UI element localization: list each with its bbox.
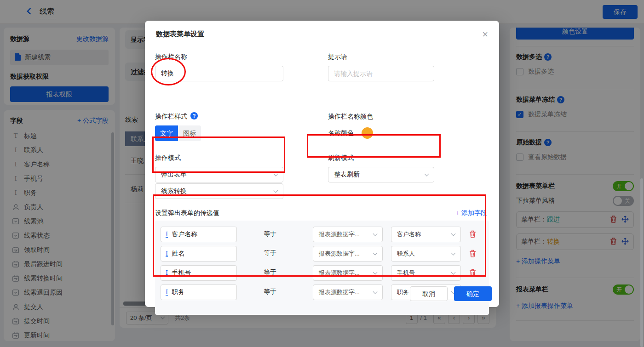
source-type-select[interactable]: 报表源数据字... [313, 246, 383, 262]
source-type-value: 报表源数据字... [319, 288, 360, 296]
equals-label: 等于 [264, 288, 276, 296]
delete-icon[interactable] [469, 230, 476, 239]
source-field-value: 联系人 [397, 250, 415, 258]
operation-action-value: 线索转换 [161, 187, 187, 195]
chevron-down-icon [451, 270, 456, 274]
delete-icon[interactable] [469, 269, 476, 278]
color-swatch[interactable] [362, 127, 373, 139]
tip-input[interactable] [328, 66, 434, 81]
dialog-title: 数据表菜单设置 [156, 30, 204, 39]
operation-mode-select[interactable]: 弹出表单 [155, 167, 283, 182]
source-type-value: 报表源数据字... [319, 269, 360, 277]
refresh-mode-value: 整表刷新 [334, 171, 360, 179]
text-field-icon: I [166, 250, 168, 257]
source-type-select[interactable]: 报表源数据字... [313, 227, 383, 242]
source-field-value: 客户名称 [397, 230, 421, 239]
chevron-down-icon [274, 188, 278, 193]
source-field-value: 职务 [397, 288, 409, 296]
tab-text[interactable]: 文字 [155, 125, 178, 141]
chevron-down-icon [373, 270, 378, 274]
field-name-input[interactable]: I职务 [161, 284, 237, 300]
tab-icon[interactable]: 图标 [178, 125, 201, 141]
source-field-select[interactable]: 手机号 [391, 265, 461, 281]
action-color-label: 操作栏名称颜色 [328, 113, 373, 121]
equals-label: 等于 [264, 249, 276, 257]
field-name-input[interactable]: I手机号 [161, 265, 237, 281]
refresh-mode-select[interactable]: 整表刷新 [328, 167, 434, 182]
cancel-button[interactable]: 取消 [410, 286, 448, 301]
pass-value-row: I姓名 等于 报表源数据字... 联系人 [155, 246, 489, 262]
action-name-label: 操作栏名称 [155, 53, 187, 61]
field-name-value: 职务 [172, 288, 184, 296]
source-type-select[interactable]: 报表源数据字... [313, 284, 383, 300]
text-field-icon: I [166, 270, 168, 276]
source-field-value: 手机号 [397, 269, 415, 277]
add-field-link[interactable]: + 添加字段 [456, 209, 487, 217]
refresh-mode-label: 刷新模式 [328, 154, 354, 162]
field-name-value: 手机号 [172, 269, 191, 277]
equals-label: 等于 [264, 268, 276, 277]
action-style-label: 操作栏样式 [155, 113, 187, 121]
chevron-down-icon [373, 250, 378, 255]
tip-label: 提示语 [328, 53, 347, 61]
operation-action-select[interactable]: 线索转换 [155, 183, 283, 199]
pass-value-row: I客户名称 等于 报表源数据字... 客户名称 [155, 227, 489, 242]
action-name-input[interactable] [155, 66, 283, 81]
confirm-button[interactable]: 确定 [454, 286, 492, 301]
table-menu-settings-dialog: 数据表菜单设置 × 操作栏名称 提示语 操作栏样式 文字 图标 操作栏名称颜色 … [145, 21, 499, 307]
source-type-value: 报表源数据字... [319, 230, 360, 239]
text-field-icon: I [166, 289, 168, 296]
delete-icon[interactable] [469, 250, 476, 259]
chevron-down-icon [425, 171, 429, 176]
operation-mode-label: 操作模式 [155, 154, 181, 162]
field-name-value: 客户名称 [172, 230, 197, 239]
chevron-down-icon [373, 231, 378, 236]
pass-value-row: I手机号 等于 报表源数据字... 手机号 [155, 265, 489, 281]
pass-values-label: 设置弹出表单的传递值 [155, 209, 219, 217]
equals-label: 等于 [264, 230, 276, 238]
field-name-input[interactable]: I姓名 [161, 246, 237, 262]
window-scrollbar[interactable] [640, 178, 643, 347]
source-type-select[interactable]: 报表源数据字... [313, 265, 383, 281]
chevron-down-icon [451, 231, 456, 236]
field-name-value: 姓名 [172, 250, 184, 258]
action-style-tabs: 文字 图标 [155, 125, 201, 141]
close-icon[interactable]: × [482, 29, 488, 40]
chevron-down-icon [373, 289, 378, 294]
field-name-input[interactable]: I客户名称 [161, 227, 237, 242]
source-field-select[interactable]: 联系人 [391, 246, 461, 262]
help-icon[interactable] [190, 112, 198, 119]
operation-mode-value: 弹出表单 [161, 171, 187, 179]
chevron-down-icon [274, 171, 278, 176]
text-field-icon: I [166, 231, 168, 238]
source-field-select[interactable]: 客户名称 [391, 227, 461, 242]
source-type-value: 报表源数据字... [319, 250, 360, 258]
name-color-label: 名称颜色 [328, 129, 354, 137]
chevron-down-icon [451, 250, 456, 255]
